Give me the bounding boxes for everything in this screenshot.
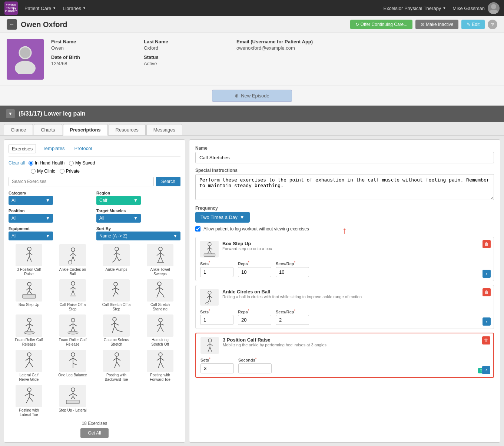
exercise-item-calf-stretch-standing[interactable]: Calf Stretch Standing [140,279,180,312]
seconds-input[interactable] [238,363,272,373]
exercise-card-ankle-circles: 🗑 Ankle Circles on Ball Rolling a ball i… [195,285,494,329]
tab-resources[interactable]: Resources [109,124,146,135]
svg-line-123 [73,396,75,399]
category-select[interactable]: All ▼ [9,196,53,205]
exercise-item-posting-forward[interactable]: Posting with Forward Toe [140,350,180,382]
reps-input[interactable] [238,267,271,277]
allow-log-row: Allow patient to log workout without vie… [195,226,494,232]
svg-line-120 [69,393,73,396]
user-menu[interactable]: Mike Gassman [452,2,500,14]
equipment-select[interactable]: All ▼ [9,232,53,240]
patient-care-nav[interactable]: Patient Care ▼ [24,6,56,11]
sub-tab-exercises[interactable]: Exercises [9,144,36,153]
sets-input[interactable] [200,315,233,325]
delete-ankle-circles-button[interactable]: 🗑 [483,288,491,296]
sets-input[interactable] [200,363,234,373]
episode-title: (5/31/17) Lower leg pain [19,110,86,117]
svg-point-138 [205,302,208,304]
svg-point-106 [159,353,162,356]
frequency-button[interactable]: Two Times a Day ▼ [195,212,250,223]
collapse-box-step-up-button[interactable]: ‹ [483,270,491,278]
svg-point-41 [71,282,75,285]
tab-messages[interactable]: Messages [146,124,182,135]
svg-line-46 [73,290,74,294]
exercise-item-hamstring[interactable]: Hamstring Stretch Off [140,314,180,347]
radio-in-hand-health[interactable]: In Hand Health [29,160,64,166]
exercise-card-box-step-up: 🗑 Box Step Up Forward step up onto a box… [195,237,494,281]
exercise-card-header: Ankle Circles on Ball Rolling a ball in … [200,289,489,306]
svg-rect-131 [204,254,215,256]
sort-by-select[interactable]: Name (A -> Z) ▼ [96,232,180,240]
exercise-name: Lateral Calf Nerve Glide [14,373,44,382]
svg-point-100 [115,353,119,356]
secs-input[interactable] [276,267,309,277]
radio-group: In Hand Health My Saved [29,160,95,166]
exercise-item-posting-lateral[interactable]: Posting with Lateral Toe [9,385,49,417]
help-button[interactable]: ? [488,20,497,29]
exercise-item-foam-roller-1[interactable]: Foam Roller Calf Release [9,314,49,347]
status-value: Active [144,61,225,66]
chevron-down-icon: ▼ [46,216,50,221]
prescription-name-input[interactable] [195,152,494,163]
back-button[interactable]: ← [7,19,17,30]
exercise-item-3-position-calf-raise[interactable]: 3 Position Calf Raise [9,244,49,276]
region-select[interactable]: Calf ▼ [96,196,141,205]
exercise-item-gastroc[interactable]: Gastroc Soleus Stretch [96,314,137,347]
collapse-ankle-circles-button[interactable]: ‹ [483,317,491,326]
name-label: Name [195,146,494,151]
target-muscles-label: Target Muscles [96,209,180,213]
special-instructions-input[interactable]: Perform these exercises to the point of … [195,174,494,200]
episode-toggle-icon[interactable]: ▼ [6,109,15,118]
position-select[interactable]: All ▼ [9,214,53,223]
radio-private[interactable]: Private [60,169,80,174]
clear-all-link[interactable]: Clear all [9,160,25,166]
exercise-item-one-leg-balance[interactable]: One Leg Balance [52,350,93,382]
edit-button[interactable]: ✎ Edit [461,20,485,29]
sub-tab-protocol[interactable]: Protocol [72,144,95,153]
search-button[interactable]: Search [156,177,180,186]
exercise-item-ankle-circles[interactable]: Ankle Circles on Ball [52,244,93,276]
make-inactive-button[interactable]: ⊘ Make Inactive [415,20,458,29]
svg-line-92 [26,362,29,368]
collapse-3-position-button[interactable]: ‹ [482,366,490,374]
svg-line-59 [159,291,163,294]
exercise-item-step-up-lateral[interactable]: Step Up - Lateral [52,385,93,417]
exercise-item-lateral-calf[interactable]: Lateral Calf Nerve Glide [9,350,49,382]
tab-glance[interactable]: Glance [4,124,33,135]
allow-log-checkbox[interactable] [195,226,200,232]
offer-continuing-care-button[interactable]: ↻ Offer Continuing Care... [350,20,413,29]
sets-input[interactable] [200,267,233,277]
sub-tab-templates[interactable]: Templates [40,144,67,153]
svg-point-75 [113,317,116,321]
reps-input[interactable] [238,315,271,325]
search-input[interactable] [9,177,154,186]
get-all-button[interactable]: Get All [80,428,108,438]
secs-input[interactable] [276,315,309,325]
svg-line-30 [160,253,164,256]
exercise-item-ankle-towel[interactable]: Ankle Towel Sweeps [140,244,180,276]
delete-3-position-button[interactable]: 🗑 [482,336,490,345]
libraries-nav[interactable]: Libraries ▼ [63,6,86,11]
user-avatar [488,2,500,14]
radio-my-saved[interactable]: My Saved [69,160,95,166]
tab-prescriptions[interactable]: Prescriptions [63,124,108,136]
exercise-item-calf-stretch-step[interactable]: Calf Stretch Off a Step [96,279,137,312]
tab-charts[interactable]: Charts [34,124,62,135]
exercise-item-box-step-up[interactable]: Box Step Up [9,279,49,312]
chevron-down-icon: ▼ [46,198,50,203]
exercise-card-thumb [200,289,219,306]
org-selector[interactable]: Excelsior Physical Therapy ▼ [384,6,446,11]
episode-header[interactable]: ▼ (5/31/17) Lower leg pain [0,106,504,122]
exercise-item-posting-backward[interactable]: Posting with Backward Toe [96,350,137,382]
new-episode-button[interactable]: ⊕ New Episode [212,90,292,102]
exercise-item-foam-roller-2[interactable]: Foam Roller Calf Release [52,314,93,347]
exercise-name: Step Up - Lateral [59,408,87,413]
target-muscles-select[interactable]: All ▼ [96,214,141,223]
radio-my-clinic[interactable]: My Clinic [31,169,55,174]
exercise-item-calf-raise-step[interactable]: Calf Raise Off a Step [52,279,93,312]
dob-group: Date of Birth 12/4/68 [51,54,133,66]
sort-by-label: Sort By [96,226,180,231]
exercise-item-ankle-pumps[interactable]: Ankle Pumps [96,244,137,276]
exercise-thumb [16,244,42,266]
delete-box-step-up-button[interactable]: 🗑 [483,240,491,248]
